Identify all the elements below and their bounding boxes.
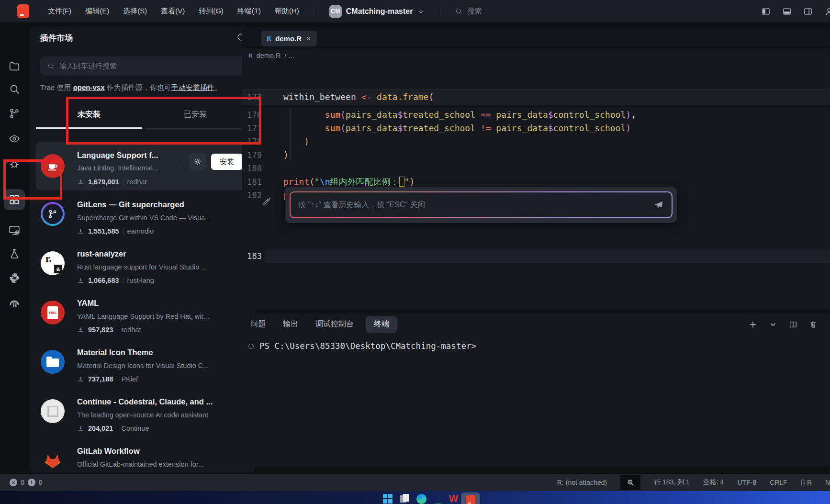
extensions-panel-title: 插件市场 [40, 33, 73, 44]
line-number: 177 [242, 122, 262, 135]
code-tokens: sum(pairs_data$treated_school == pairs_d… [283, 108, 636, 122]
code-line: 177 sum(pairs_data$treated_school != pai… [242, 122, 830, 135]
gitlab-icon [41, 448, 65, 471]
chevron-down-icon [769, 320, 777, 329]
sidebar-item-testing[interactable] [4, 243, 25, 264]
git-branch-icon [8, 107, 21, 120]
gitlens-icon [41, 202, 65, 226]
extension-description: Official GitLab-maintained extension for… [77, 460, 204, 468]
extension-stats: 737,188PKief [77, 375, 138, 383]
extension-item[interactable]: YMLYAMLYAML Language Support by Red Hat,… [36, 295, 248, 342]
sidebar-item-source-control[interactable] [4, 103, 25, 124]
sidebar-item-debug[interactable] [4, 153, 25, 174]
tab-not-installed[interactable]: 未安装 [36, 101, 142, 128]
extensions-search-placeholder: 输入回车进行搜索 [59, 62, 117, 71]
sidebar-item-extensions[interactable] [4, 189, 25, 210]
eol[interactable]: CRLF [770, 479, 787, 486]
global-search[interactable]: 搜索 [455, 7, 482, 16]
kill-terminal-button[interactable] [809, 320, 818, 329]
sidebar-item-preview[interactable] [4, 128, 25, 149]
split-terminal-button[interactable] [789, 320, 797, 329]
extensions-search-input[interactable]: 输入回车进行搜索 [40, 56, 244, 76]
sidebar-item-python[interactable] [4, 268, 25, 289]
menu-edit[interactable]: 编辑(E) [85, 7, 109, 16]
tab-installed[interactable]: 已安装 [142, 101, 248, 128]
sidebar-item-remote-explorer[interactable] [4, 220, 25, 241]
menu-selection[interactable]: 选择(S) [123, 7, 147, 16]
problems-status[interactable]: ✕ 0 ! 0 [0, 479, 43, 486]
gear-icon[interactable] [189, 153, 206, 170]
info-link-open-vsx[interactable]: open-vsx [73, 83, 105, 91]
cursor-position[interactable]: 行 183, 列 1 [654, 478, 690, 487]
extension-title: YAML [77, 299, 99, 308]
sidebar-item-explorer[interactable] [4, 56, 25, 77]
extension-title: GitLab Workflow [77, 447, 140, 456]
sidebar-item-r-lang[interactable]: R [4, 293, 25, 314]
windows-desktop: W [0, 491, 830, 504]
global-search-label: 搜索 [467, 7, 482, 16]
flask-icon [8, 247, 21, 260]
tab-label: demo.R [275, 34, 302, 43]
extension-item[interactable]: Language Support f...Java Linting, Intel… [36, 142, 248, 190]
download-count: 1,551,585 [88, 227, 119, 235]
terminal-dropdown-button[interactable] [769, 320, 777, 329]
terminal-zoom-button[interactable] [620, 475, 640, 490]
clipped-item[interactable]: N [825, 479, 830, 486]
install-button[interactable]: 安装 [211, 154, 243, 170]
encoding[interactable]: UTF-8 [737, 479, 756, 486]
divider [117, 376, 117, 382]
code-line: 180 [242, 162, 830, 175]
file-explorer-icon[interactable] [400, 494, 410, 504]
language-mode[interactable]: {} R [801, 479, 812, 486]
trae-app-icon[interactable] [461, 493, 480, 504]
edge-browser-icon[interactable] [416, 494, 426, 504]
send-icon[interactable] [653, 200, 664, 210]
panel-tab-output[interactable]: 输出 [283, 319, 298, 329]
account-button[interactable] [824, 7, 830, 16]
menu-help[interactable]: 帮助(H) [275, 7, 299, 16]
menu-goto[interactable]: 转到(G) [199, 7, 224, 16]
download-count: 1,679,001 [88, 178, 119, 186]
project-switcher[interactable]: CM CMatching-master [329, 5, 425, 18]
sidebar-item-search[interactable] [4, 78, 25, 100]
toggle-panel-button[interactable] [782, 7, 792, 16]
panel-tab-terminal[interactable]: 终端 [366, 316, 397, 333]
panel-tab-problems[interactable]: 问题 [250, 319, 266, 329]
extension-description: The leading open-source AI code assistan… [77, 411, 208, 419]
info-text: Trae 使用 [40, 83, 73, 91]
code-editor[interactable]: 173within_between <- data.frame(176 sum(… [242, 48, 830, 310]
bottom-panel: 问题输出调试控制台终端 PS C:\Users\85330\Desktop\CM… [242, 314, 830, 467]
publisher-name: PKief [121, 375, 138, 383]
yaml-icon: YML [41, 301, 65, 325]
wps-office-icon[interactable]: W [449, 494, 458, 504]
ai-input[interactable]: 按 "↑↓" 查看历史输入，按 "ESC" 关闭 [291, 192, 672, 217]
toggle-primary-sidebar-button[interactable] [761, 7, 771, 16]
menu-view[interactable]: 查看(V) [161, 7, 185, 16]
indentation[interactable]: 空格: 4 [703, 478, 724, 487]
material-icon-theme-icon [41, 350, 65, 374]
tab-demo-r[interactable]: R demo.R [261, 31, 317, 46]
extension-item[interactable]: GitLens — Git superchargedSupercharge Gi… [36, 196, 248, 243]
windows-start-icon[interactable] [383, 494, 393, 504]
extension-item[interactable]: Material Icon ThemeMaterial Design Icons… [36, 344, 248, 391]
line-number: 178 [242, 135, 262, 148]
toggle-secondary-sidebar-button[interactable] [803, 7, 813, 16]
panel-tab-debug-console[interactable]: 调试控制台 [315, 319, 354, 329]
menu-file[interactable]: 文件(F) [48, 7, 71, 16]
download-count: 204,021 [88, 425, 113, 432]
extension-item[interactable]: r.arust-analyzerRust language support fo… [36, 246, 248, 292]
info-link-manual-install[interactable]: 手动安装插件 [171, 83, 214, 91]
new-terminal-button[interactable] [749, 320, 757, 329]
extension-title: GitLens — Git supercharged [77, 200, 184, 209]
terminal-content[interactable]: PS C:\Users\85330\Desktop\CMatching-mast… [248, 341, 476, 351]
menu-terminal[interactable]: 终端(T) [237, 7, 261, 16]
extension-item[interactable]: Continue - Codestral, Claude, and ...The… [36, 393, 248, 440]
svg-text:R: R [12, 301, 18, 309]
ai-edit-icon[interactable] [261, 197, 271, 207]
close-icon[interactable] [305, 35, 312, 42]
window-layout-controls [761, 0, 830, 22]
extension-item[interactable]: GitLab WorkflowOfficial GitLab-maintaine… [36, 443, 248, 471]
info-text: 作为插件源，你也可 [104, 83, 171, 91]
r-session-status[interactable]: R: (not attached) [557, 479, 607, 486]
rust-analyzer-icon: r.a [41, 251, 65, 275]
